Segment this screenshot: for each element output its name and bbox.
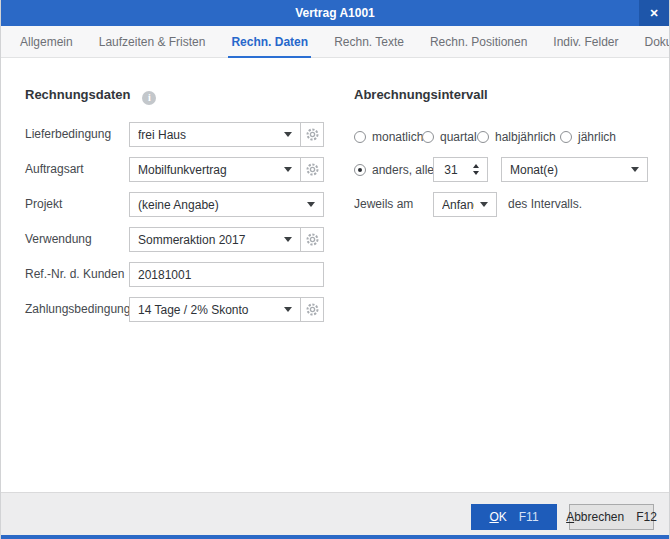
- ok-button[interactable]: OK F11: [471, 504, 557, 530]
- form-row-zahlungsbedingung: Zahlungsbedingung 14 Tage / 2% Skonto: [25, 297, 350, 322]
- form-row-lieferbedingung: Lieferbedingung frei Haus: [25, 122, 350, 147]
- radio-jaehrlich[interactable]: jährlich: [560, 124, 616, 149]
- interval-options-row: monatlich quartal halbjährlich jährlich: [354, 124, 654, 149]
- verwendung-label: Verwendung: [25, 227, 92, 252]
- auftragsart-value: Mobilfunkvertrag: [138, 163, 278, 177]
- lieferbedingung-combobox[interactable]: frei Haus: [129, 122, 301, 147]
- due-position-value: Anfang: [442, 198, 474, 212]
- lieferbedingung-settings-button[interactable]: [300, 122, 324, 147]
- radio-icon: [354, 131, 366, 143]
- invoice-data-heading: Rechnungsdateni: [25, 87, 156, 105]
- spinner-arrows[interactable]: [468, 164, 484, 175]
- projekt-combobox[interactable]: (keine Angabe): [129, 192, 324, 217]
- window-bottom-border: [1, 535, 669, 539]
- ok-button-shortcut: F11: [519, 510, 539, 524]
- window-title: Vertrag A1001: [295, 6, 375, 20]
- cancel-button-label: Abbrechen: [566, 510, 624, 524]
- auftragsart-combobox[interactable]: Mobilfunkvertrag: [129, 157, 301, 182]
- radio-halbjaehrlich[interactable]: halbjährlich: [477, 124, 556, 149]
- jeweils-am-label: Jeweils am: [354, 192, 413, 217]
- interval-due-row: Jeweils am Anfang des Intervalls.: [354, 192, 654, 217]
- projekt-value: (keine Angabe): [138, 198, 301, 212]
- form-row-ref-nr: Ref.-Nr. d. Kunden: [25, 262, 350, 287]
- interval-count-spinner: [433, 157, 488, 182]
- projekt-label: Projekt: [25, 192, 62, 217]
- gear-icon: [305, 162, 320, 177]
- contract-dialog: Vertrag A1001 ✕ Allgemein Laufzeiten & F…: [0, 0, 670, 539]
- chevron-down-icon: [480, 202, 488, 207]
- radio-monatlich[interactable]: monatlich: [354, 124, 423, 149]
- zahlungsbedingung-combobox[interactable]: 14 Tage / 2% Skonto: [129, 297, 301, 322]
- gear-icon: [305, 302, 320, 317]
- chevron-down-icon: [307, 202, 315, 207]
- info-icon[interactable]: i: [142, 91, 156, 105]
- form-row-projekt: Projekt (keine Angabe): [25, 192, 350, 217]
- due-position-combobox[interactable]: Anfang: [433, 192, 497, 217]
- tab-laufzeiten-fristen[interactable]: Laufzeiten & Fristen: [86, 26, 219, 57]
- footer-bar: OK F11 Abbrechen F12: [1, 492, 669, 535]
- radio-anders-alle[interactable]: anders, alle: [354, 157, 434, 182]
- tab-rechn-positionen[interactable]: Rechn. Positionen: [417, 26, 540, 57]
- radio-icon: [422, 131, 434, 143]
- cancel-button[interactable]: Abbrechen F12: [569, 504, 654, 530]
- chevron-down-icon: [284, 237, 292, 242]
- radio-checked-icon: [354, 164, 366, 176]
- interval-unit-value: Monat(e): [510, 163, 625, 177]
- chevron-down-icon: [284, 132, 292, 137]
- verwendung-value: Sommeraktion 2017: [138, 233, 278, 247]
- lieferbedingung-value: frei Haus: [138, 128, 278, 142]
- chevron-down-icon: [284, 307, 292, 312]
- lieferbedingung-label: Lieferbedingung: [25, 122, 111, 147]
- gear-icon: [305, 127, 320, 142]
- spin-down-icon[interactable]: [473, 171, 479, 175]
- interval-suffix-text: des Intervalls.: [508, 192, 582, 217]
- tab-allgemein[interactable]: Allgemein: [7, 26, 86, 57]
- ref-nr-input[interactable]: [129, 262, 324, 287]
- interval-count-input[interactable]: [434, 163, 468, 177]
- interval-unit-combobox[interactable]: Monat(e): [501, 157, 648, 182]
- tab-rechn-texte[interactable]: Rechn. Texte: [321, 26, 417, 57]
- ok-button-label: OK: [489, 510, 506, 524]
- tab-bar: Allgemein Laufzeiten & Fristen Rechn. Da…: [1, 26, 669, 58]
- form-row-verwendung: Verwendung Sommeraktion 2017: [25, 227, 350, 252]
- ref-nr-label: Ref.-Nr. d. Kunden: [25, 262, 124, 287]
- chevron-down-icon: [284, 167, 292, 172]
- radio-icon: [560, 131, 572, 143]
- radio-quartal[interactable]: quartal: [422, 124, 477, 149]
- auftragsart-label: Auftragsart: [25, 157, 84, 182]
- tab-rechn-daten[interactable]: Rechn. Daten: [218, 26, 321, 57]
- titlebar: Vertrag A1001 ✕: [1, 0, 669, 26]
- billing-interval-heading: Abrechnungsintervall: [354, 87, 488, 102]
- zahlungsbedingung-value: 14 Tage / 2% Skonto: [138, 303, 278, 317]
- auftragsart-settings-button[interactable]: [300, 157, 324, 182]
- form-row-auftragsart: Auftragsart Mobilfunkvertrag: [25, 157, 350, 182]
- radio-icon: [477, 131, 489, 143]
- tab-dokumente[interactable]: Dokumente: [632, 26, 670, 57]
- spin-up-icon[interactable]: [473, 164, 479, 168]
- zahlungsbedingung-label: Zahlungsbedingung: [25, 297, 130, 322]
- close-icon[interactable]: ✕: [639, 0, 669, 26]
- gear-icon: [305, 232, 320, 247]
- interval-custom-row: anders, alle Monat(e): [354, 157, 654, 182]
- cancel-button-shortcut: F12: [636, 510, 657, 524]
- verwendung-combobox[interactable]: Sommeraktion 2017: [129, 227, 301, 252]
- verwendung-settings-button[interactable]: [300, 227, 324, 252]
- chevron-down-icon: [631, 167, 639, 172]
- zahlungsbedingung-settings-button[interactable]: [300, 297, 324, 322]
- tab-indiv-felder[interactable]: Indiv. Felder: [540, 26, 631, 57]
